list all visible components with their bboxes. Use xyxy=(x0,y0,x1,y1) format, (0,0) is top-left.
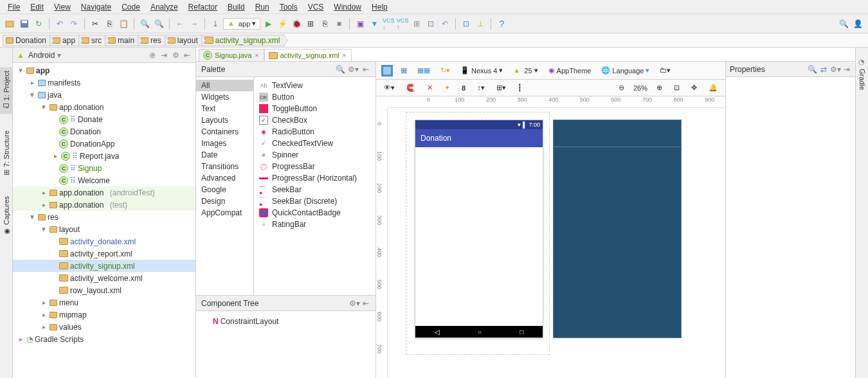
tree-pkg[interactable]: ▼app.donation xyxy=(13,101,195,113)
search-everywhere-icon[interactable]: 🔍 xyxy=(837,17,850,30)
tree-pkg-androidtest[interactable]: ▸app.donation (androidTest) xyxy=(13,186,195,199)
search-icon[interactable]: 🔍 xyxy=(808,65,817,74)
back-icon[interactable]: ← xyxy=(174,17,186,30)
cat-date[interactable]: Date xyxy=(196,149,253,161)
infer-icon[interactable]: ✦ xyxy=(442,82,453,93)
forward-icon[interactable]: → xyxy=(188,17,201,30)
gear-icon[interactable]: ⚙▾ xyxy=(831,65,840,74)
tree-report[interactable]: ▸C⠿Report.java xyxy=(13,150,195,162)
tree-activity-report[interactable]: activity_report.xml xyxy=(13,248,195,260)
item-quickcontactbadge[interactable]: 👤QuickContactBadge xyxy=(254,207,375,219)
menu-refactor[interactable]: Refactor xyxy=(185,1,221,13)
tab-structure[interactable]: ⊞7: Structure xyxy=(0,127,12,179)
tree-pkg-test[interactable]: ▸app.donation (test) xyxy=(13,199,195,211)
tool2-icon[interactable]: ⊡ xyxy=(424,17,437,30)
tree-activity-donate[interactable]: activity_donate.xml xyxy=(13,235,195,248)
theme-dropdown[interactable]: ◉AppTheme xyxy=(546,65,594,76)
item-button[interactable]: OKButton xyxy=(254,91,375,103)
cat-layouts[interactable]: Layouts xyxy=(196,114,253,126)
tree-row-layout[interactable]: row_layout.xml xyxy=(13,284,195,296)
device-dropdown[interactable]: 📱Nexus 4▾ xyxy=(458,65,505,76)
menu-view[interactable]: View xyxy=(50,1,75,13)
item-ratingbar[interactable]: ★RatingBar xyxy=(254,219,375,230)
tree-donationapp[interactable]: CDonationApp xyxy=(13,138,195,150)
eye-icon[interactable]: 👁▾ xyxy=(381,82,397,93)
align-icon[interactable]: ⊞▾ xyxy=(494,82,509,93)
item-progressbar-h[interactable]: ProgressBar (Horizontal) xyxy=(254,172,375,184)
project-view-label[interactable]: Android xyxy=(28,51,55,60)
cat-widgets[interactable]: Widgets xyxy=(196,91,253,103)
variants-icon[interactable]: 🗀▾ xyxy=(657,65,673,76)
blueprint-preview[interactable] xyxy=(553,120,682,338)
sync-icon[interactable]: ↻ xyxy=(32,17,45,30)
dropdown-arrow-icon[interactable]: ▾ xyxy=(57,51,61,60)
item-textview[interactable]: AbTextView xyxy=(254,80,375,91)
attach-icon[interactable]: ⎘ xyxy=(318,17,331,30)
tree-welcome[interactable]: C⠿Welcome xyxy=(13,174,195,186)
pack-icon[interactable]: ↕▾ xyxy=(475,82,487,93)
cat-appcompat[interactable]: AppCompat xyxy=(196,207,253,219)
magnet-icon[interactable]: 🧲 xyxy=(404,82,418,93)
tree-layout[interactable]: ▼layout xyxy=(13,223,195,235)
save-icon[interactable] xyxy=(18,17,31,30)
menu-vcs[interactable]: VCS xyxy=(304,1,328,13)
search-icon[interactable]: 🔍 xyxy=(336,65,345,74)
cat-all[interactable]: All xyxy=(196,80,253,91)
user-icon[interactable]: 👤 xyxy=(851,17,864,30)
language-dropdown[interactable]: 🌐Language▾ xyxy=(599,65,652,76)
copy-icon[interactable]: ⎘ xyxy=(103,17,116,30)
vcs-update-icon[interactable]: VCS↓ xyxy=(382,17,395,30)
tree-app[interactable]: ▼app xyxy=(13,64,195,76)
cat-advanced[interactable]: Advanced xyxy=(196,172,253,184)
hide-icon[interactable]: ⇤ xyxy=(361,299,370,308)
redo-icon[interactable]: ↷ xyxy=(68,17,80,30)
hide-icon[interactable]: ⇤ xyxy=(361,65,370,74)
profile-icon[interactable]: ⊞ xyxy=(304,17,317,30)
api-dropdown[interactable]: ▲25▾ xyxy=(511,65,540,76)
item-spinner[interactable]: ≡Spinner xyxy=(254,149,375,161)
item-checkedtextview[interactable]: ✓CheckedTextView xyxy=(254,138,375,149)
tab-gradle[interactable]: ◔Gradle xyxy=(856,54,868,94)
undo-icon[interactable]: ↶ xyxy=(53,17,66,30)
find-icon[interactable]: 🔍 xyxy=(138,17,151,30)
collapse-icon[interactable]: ⇥ xyxy=(159,51,168,60)
view-design-icon[interactable] xyxy=(381,65,393,76)
margin-dropdown[interactable]: 8 xyxy=(459,83,468,93)
tool5-icon[interactable]: ⊥ xyxy=(474,17,487,30)
cat-transitions[interactable]: Transitions xyxy=(196,161,253,172)
cat-images[interactable]: Images xyxy=(196,138,253,149)
sdk-icon[interactable]: ▼ xyxy=(368,17,381,30)
open-icon[interactable] xyxy=(4,17,17,30)
tool4-icon[interactable]: ⊡ xyxy=(460,17,473,30)
gear-icon[interactable]: ⚙ xyxy=(171,51,180,60)
clear-constraints-icon[interactable]: ✕ xyxy=(424,82,435,93)
make-icon[interactable]: ⤓ xyxy=(209,17,222,30)
tab-signup-java[interactable]: C Signup.java ✕ xyxy=(199,49,264,61)
close-icon[interactable]: ✕ xyxy=(255,53,260,58)
item-checkbox[interactable]: ✓CheckBox xyxy=(254,114,375,126)
tool1-icon[interactable]: ⊞ xyxy=(410,17,423,30)
crumb-layout[interactable]: layout xyxy=(165,35,203,46)
tree-manifests[interactable]: ▸manifests xyxy=(13,76,195,89)
cat-design[interactable]: Design xyxy=(196,195,253,207)
cat-containers[interactable]: Containers xyxy=(196,126,253,138)
target-icon[interactable]: ⊕ xyxy=(148,51,157,60)
ct-constraintlayout[interactable]: N ConstraintLayout xyxy=(200,315,372,327)
tool3-icon[interactable]: ↶ xyxy=(439,17,451,30)
zoom-out-icon[interactable]: ⊖ xyxy=(616,82,627,93)
item-seekbar-discrete[interactable]: ⋯●SeekBar (Discrete) xyxy=(254,195,375,207)
menu-code[interactable]: Code xyxy=(118,1,144,13)
pan-icon[interactable]: ✥ xyxy=(689,82,700,93)
cat-text[interactable]: Text xyxy=(196,103,253,114)
gear-icon[interactable]: ⚙▾ xyxy=(350,299,359,308)
menu-navigate[interactable]: Navigate xyxy=(77,1,115,13)
cat-google[interactable]: Google xyxy=(196,184,253,195)
zoom-in-icon[interactable]: ⊕ xyxy=(654,82,665,93)
debug-icon[interactable]: 🐞 xyxy=(290,17,303,30)
tab-project[interactable]: 🗀1: Project xyxy=(0,67,12,114)
design-preview[interactable]: ▾▌7:00 Donation ◁○□ xyxy=(415,120,543,338)
toggle-arrows-icon[interactable]: ⇄ xyxy=(819,65,828,74)
menu-tools[interactable]: Tools xyxy=(276,1,302,13)
menu-edit[interactable]: Edit xyxy=(26,1,48,13)
tree-res[interactable]: ▼res xyxy=(13,211,195,223)
